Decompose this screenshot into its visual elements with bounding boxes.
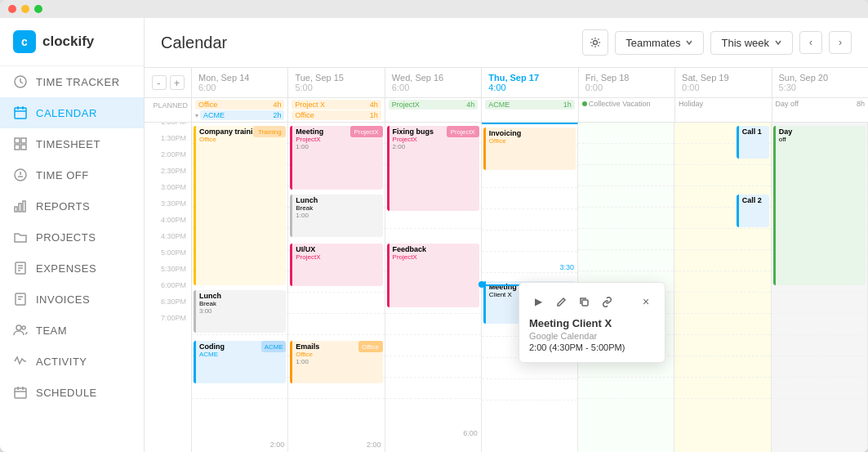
- main-header: Calendar Teammates This week ‹ ›: [145, 18, 868, 68]
- day-col-wed: Fixing bugs ProjectX 2:00 ProjectX Feedb…: [385, 123, 482, 452]
- receipt-icon: [13, 261, 28, 275]
- sidebar-item-team[interactable]: TEAM: [0, 315, 144, 346]
- sidebar-item-invoices[interactable]: INVOICES: [0, 284, 144, 315]
- teammates-dropdown[interactable]: Teammates: [615, 31, 704, 55]
- event-call1[interactable]: Call 1: [737, 126, 769, 159]
- sidebar-item-expenses[interactable]: EXPENSES: [0, 253, 144, 284]
- day-col-sat: Call 1 Call 2: [674, 123, 771, 452]
- sidebar-item-projects[interactable]: PROJECTS: [0, 222, 144, 253]
- svg-point-21: [16, 325, 21, 330]
- planned-pill-acme-thu: ACME1h: [485, 100, 574, 110]
- popup-header: ▶ ×: [529, 293, 655, 311]
- event-lunch-tue[interactable]: Lunch Break 1:00: [290, 195, 382, 237]
- event-acme-badge-mon: ACME: [261, 341, 286, 352]
- event-training-badge[interactable]: Training: [253, 126, 286, 137]
- popup-subtitle: Google Calendar: [529, 331, 655, 341]
- svg-rect-11: [15, 207, 17, 212]
- page-title: Calendar: [161, 34, 227, 52]
- planned-pill-office-tue: Office1h: [292, 110, 381, 120]
- logo-icon: c: [13, 30, 36, 53]
- day-header-thu: Thu, Sep 17 4:00: [482, 68, 578, 97]
- tue-total: 2:00: [367, 441, 381, 449]
- event-feedback[interactable]: Feedback ProjectX: [387, 244, 479, 307]
- svg-rect-7: [15, 145, 20, 150]
- event-office-badge-tue: Office: [358, 341, 383, 352]
- planned-expand-mon[interactable]: ▾ ACME2h: [195, 110, 284, 120]
- event-projectx-badge-tue: ProjectX: [350, 126, 383, 137]
- day-header-tue: Tue, Sep 15 5:00: [288, 68, 385, 97]
- sidebar-item-reports[interactable]: REPORTS: [0, 190, 144, 222]
- day-col-tue: Meeting ProjectX 1:00 ProjectX Lunch Bre…: [288, 123, 385, 452]
- sidebar-item-schedule[interactable]: SCHEDULE: [0, 377, 144, 408]
- add-entry-btn[interactable]: -: [152, 75, 167, 90]
- header-controls: Teammates This week ‹ ›: [582, 29, 852, 56]
- svg-point-22: [22, 326, 25, 329]
- svg-point-27: [594, 41, 598, 45]
- schedule-icon: [13, 385, 28, 400]
- event-fixing-bugs[interactable]: Fixing bugs ProjectX 2:00: [387, 126, 479, 211]
- vacation-dot: [582, 101, 587, 106]
- popup-time: 2:00 (4:30PM - 5:00PM): [529, 342, 655, 352]
- window-close-dot[interactable]: [8, 5, 16, 13]
- popup-actions: ▶: [529, 293, 616, 311]
- planned-day-fri: Collective Vacation: [579, 98, 675, 122]
- week-dropdown[interactable]: This week: [710, 31, 793, 55]
- popup-play-btn[interactable]: ▶: [529, 293, 547, 311]
- event-call2[interactable]: Call 2: [737, 195, 769, 227]
- svg-rect-1: [15, 108, 26, 119]
- window-maximize-dot[interactable]: [34, 5, 42, 13]
- day-header-wed: Wed, Sep 16 6:00: [385, 68, 482, 97]
- sidebar-item-time-tracker[interactable]: TIME TRACKER: [0, 66, 144, 97]
- sidebar-item-time-off[interactable]: TIME OFF: [0, 159, 144, 190]
- minus-entry-btn[interactable]: +: [170, 75, 185, 90]
- day-header-sun: Sun, Sep 20 5:30: [772, 68, 868, 97]
- calendar-icon: [13, 105, 28, 120]
- svg-rect-8: [21, 145, 26, 150]
- wed-total: 6:00: [463, 429, 478, 437]
- planned-pill-projectx-wed: ProjectX4h: [389, 100, 478, 110]
- event-invoicing[interactable]: Invoicing Office: [483, 128, 576, 170]
- planned-day-tue: Project X4h Office1h: [288, 98, 385, 122]
- planned-row: PLANNED Office4h ▾ ACME2h Project X4h: [145, 98, 868, 123]
- popup-title: Meeting Client X: [529, 317, 655, 329]
- prev-week-button[interactable]: ‹: [799, 31, 822, 54]
- planned-pill-office-mon: Office4h: [195, 100, 284, 110]
- svg-rect-5: [15, 138, 20, 143]
- svg-rect-13: [23, 201, 25, 212]
- popup-edit-btn[interactable]: [552, 293, 570, 311]
- day-header-sat: Sat, Sep 19 0:00: [675, 68, 772, 97]
- planned-day-sun: Day off8h: [772, 98, 868, 122]
- event-popup[interactable]: ▶ ×: [519, 282, 665, 363]
- clock-icon: [13, 74, 28, 89]
- planned-day-wed: ProjectX4h: [385, 98, 482, 122]
- event-uiux[interactable]: UI/UX ProjectX: [290, 244, 382, 286]
- sidebar-item-timesheet[interactable]: TIMESHEET: [0, 128, 144, 159]
- event-lunch-mon[interactable]: Lunch Break 3:00: [194, 290, 286, 333]
- day-header-mon: Mon, Sep 14 6:00: [192, 68, 288, 97]
- popup-link-btn[interactable]: [598, 293, 616, 311]
- grid-icon: [13, 136, 28, 151]
- mon-total: 2:00: [270, 441, 285, 449]
- time-off-icon: [13, 168, 28, 182]
- activity-icon: [13, 354, 28, 369]
- planned-pill-acme-mon: ACME2h: [200, 110, 284, 120]
- days-area: Company training Office Training Lunch B…: [192, 123, 868, 452]
- settings-icon-btn[interactable]: [582, 29, 608, 56]
- sidebar-item-activity[interactable]: ACTIVITY: [0, 346, 144, 377]
- svg-rect-6: [21, 138, 26, 143]
- event-company-training[interactable]: Company training Office: [194, 126, 286, 285]
- svg-rect-12: [19, 204, 21, 212]
- planned-day-sat: Holiday: [675, 98, 772, 122]
- popup-duplicate-btn[interactable]: [575, 293, 593, 311]
- window-minimize-dot[interactable]: [21, 5, 29, 13]
- planned-day-thu: ACME1h: [482, 98, 578, 122]
- planned-pill-projectx-tue: Project X4h: [292, 100, 381, 110]
- popup-close-btn[interactable]: ×: [637, 293, 655, 311]
- svg-rect-28: [582, 300, 588, 306]
- people-icon: [13, 323, 28, 338]
- planned-label: PLANNED: [145, 98, 192, 122]
- event-day-off[interactable]: Day off: [773, 126, 866, 285]
- svg-rect-23: [15, 388, 26, 398]
- next-week-button[interactable]: ›: [829, 31, 852, 54]
- sidebar-item-calendar[interactable]: CALENDAR: [0, 97, 144, 128]
